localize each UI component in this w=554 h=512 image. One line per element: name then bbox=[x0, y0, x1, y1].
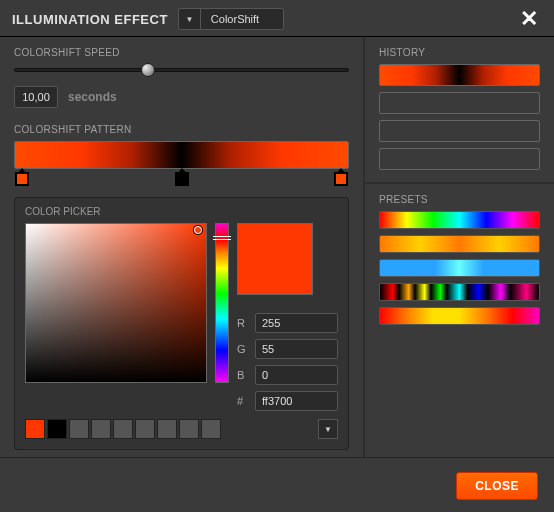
close-icon[interactable]: ✕ bbox=[516, 8, 542, 30]
history-slot[interactable] bbox=[379, 64, 540, 86]
hex-input[interactable]: ff3700 bbox=[255, 391, 338, 411]
effect-dropdown-value: ColorShift bbox=[201, 13, 283, 25]
presets-label: PRESETS bbox=[379, 194, 540, 205]
swatch[interactable] bbox=[157, 419, 177, 439]
color-preview bbox=[237, 223, 313, 295]
speed-input[interactable]: 10,00 bbox=[14, 86, 58, 108]
swatch[interactable] bbox=[135, 419, 155, 439]
g-label: G bbox=[237, 343, 247, 355]
swatch-row: ▼ bbox=[25, 419, 338, 439]
sv-panel[interactable] bbox=[25, 223, 207, 383]
gradient-stop-right[interactable] bbox=[334, 172, 348, 186]
preset-rainbow-pulse[interactable] bbox=[379, 283, 540, 301]
hue-slider-thumb[interactable] bbox=[213, 236, 231, 240]
r-label: R bbox=[237, 317, 247, 329]
preset-amber[interactable] bbox=[379, 235, 540, 253]
swatch[interactable] bbox=[113, 419, 133, 439]
preset-rainbow[interactable] bbox=[379, 211, 540, 229]
chevron-down-icon[interactable]: ▼ bbox=[179, 9, 201, 29]
sv-crosshair[interactable] bbox=[194, 226, 202, 234]
speed-label: COLORSHIFT SPEED bbox=[14, 47, 349, 58]
g-input[interactable]: 55 bbox=[255, 339, 338, 359]
swatch[interactable] bbox=[47, 419, 67, 439]
swatch[interactable] bbox=[25, 419, 45, 439]
history-slot[interactable] bbox=[379, 148, 540, 170]
swatch-menu-button[interactable]: ▼ bbox=[318, 419, 338, 439]
speed-unit: seconds bbox=[68, 90, 117, 104]
header-title: ILLUMINATION EFFECT bbox=[12, 12, 168, 27]
gradient-stop-left[interactable] bbox=[15, 172, 29, 186]
history-slot[interactable] bbox=[379, 92, 540, 114]
right-panel: HISTORY PRESETS bbox=[365, 37, 554, 457]
b-input[interactable]: 0 bbox=[255, 365, 338, 385]
preset-blue[interactable] bbox=[379, 259, 540, 277]
hex-label: # bbox=[237, 395, 247, 407]
hue-slider[interactable] bbox=[215, 223, 229, 383]
preset-fire[interactable] bbox=[379, 307, 540, 325]
picker-label: COLOR PICKER bbox=[25, 206, 338, 217]
pattern-gradient[interactable] bbox=[14, 141, 349, 169]
r-input[interactable]: 255 bbox=[255, 313, 338, 333]
history-label: HISTORY bbox=[379, 47, 540, 58]
swatch[interactable] bbox=[179, 419, 199, 439]
divider bbox=[365, 182, 554, 184]
header: ILLUMINATION EFFECT ▼ ColorShift ✕ bbox=[0, 0, 554, 37]
speed-slider-thumb[interactable] bbox=[141, 63, 155, 77]
b-label: B bbox=[237, 369, 247, 381]
left-panel: COLORSHIFT SPEED 10,00 seconds COLORSHIF… bbox=[0, 37, 365, 457]
swatch[interactable] bbox=[201, 419, 221, 439]
swatch[interactable] bbox=[91, 419, 111, 439]
footer: CLOSE bbox=[0, 457, 554, 500]
close-button[interactable]: CLOSE bbox=[456, 472, 538, 500]
pattern-label: COLORSHIFT PATTERN bbox=[14, 124, 349, 135]
speed-slider[interactable] bbox=[14, 68, 349, 72]
effect-dropdown[interactable]: ▼ ColorShift bbox=[178, 8, 284, 30]
gradient-stop-mid[interactable] bbox=[175, 172, 189, 186]
history-slot[interactable] bbox=[379, 120, 540, 142]
color-picker-panel: COLOR PICKER R 255 G 55 bbox=[14, 197, 349, 450]
swatch[interactable] bbox=[69, 419, 89, 439]
